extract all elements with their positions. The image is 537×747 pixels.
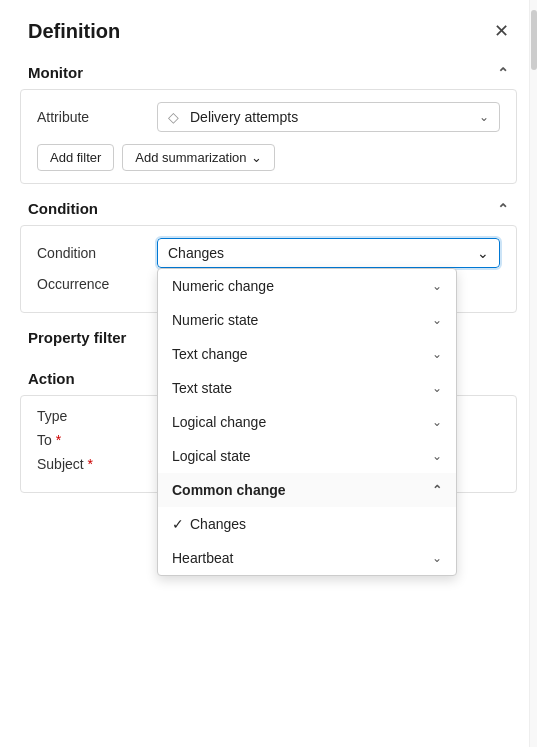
logical-state-label: Logical state: [172, 448, 432, 464]
condition-container: Changes ⌄ Numeric change ⌄ Numeric state: [157, 238, 500, 268]
dropdown-item-logical-state[interactable]: Logical state ⌄: [158, 439, 456, 473]
add-summarization-label: Add summarization: [135, 150, 246, 165]
condition-dropdown[interactable]: Changes ⌄: [157, 238, 500, 268]
condition-chevron-up-icon: ⌃: [497, 201, 509, 217]
text-change-label: Text change: [172, 346, 432, 362]
condition-section-content: Condition Changes ⌄ Numeric change ⌄: [20, 225, 517, 313]
logical-state-chevron-icon: ⌄: [432, 449, 442, 463]
dropdown-item-heartbeat[interactable]: Heartbeat ⌄: [158, 541, 456, 575]
dropdown-item-numeric-change[interactable]: Numeric change ⌄: [158, 269, 456, 303]
condition-value: Changes: [168, 245, 224, 261]
subject-label: Subject *: [37, 456, 157, 472]
close-button[interactable]: ✕: [486, 18, 517, 44]
type-label: Type: [37, 408, 157, 424]
to-required-marker: *: [56, 432, 61, 448]
condition-row: Condition Changes ⌄ Numeric change ⌄: [37, 238, 500, 268]
panel-title: Definition: [28, 20, 120, 43]
dropdown-item-text-state[interactable]: Text state ⌄: [158, 371, 456, 405]
to-label: To *: [37, 432, 157, 448]
action-section-label: Action: [28, 370, 75, 387]
add-filter-button[interactable]: Add filter: [37, 144, 114, 171]
common-change-label: Common change: [172, 482, 432, 498]
condition-chevron-down-icon: ⌄: [477, 245, 489, 261]
property-filter-section-label: Property filter: [28, 329, 126, 346]
dropdown-item-text-change[interactable]: Text change ⌄: [158, 337, 456, 371]
common-change-chevron-up-icon: ⌃: [432, 483, 442, 497]
occurrence-label: Occurrence: [37, 276, 157, 292]
numeric-state-chevron-icon: ⌄: [432, 313, 442, 327]
monitor-section: Monitor ⌃ Attribute ◇ Delivery attempts …: [0, 54, 537, 184]
condition-section: Condition ⌃ Condition Changes ⌄ Numer: [0, 190, 537, 313]
attribute-chevron-down-icon: ⌄: [479, 110, 489, 124]
scrollbar-track[interactable]: [529, 0, 537, 747]
numeric-state-label: Numeric state: [172, 312, 432, 328]
add-summarization-button[interactable]: Add summarization ⌄: [122, 144, 274, 171]
dropdown-item-changes[interactable]: ✓ Changes: [158, 507, 456, 541]
attribute-label: Attribute: [37, 109, 157, 125]
numeric-change-chevron-icon: ⌄: [432, 279, 442, 293]
changes-label: Changes: [190, 516, 442, 532]
attribute-value: Delivery attempts: [190, 109, 479, 125]
checkmark-icon: ✓: [172, 516, 184, 532]
monitor-section-header[interactable]: Monitor ⌃: [20, 54, 517, 89]
condition-section-header[interactable]: Condition ⌃: [20, 190, 517, 225]
definition-panel: Definition ✕ Monitor ⌃ Attribute ◇ Deliv…: [0, 0, 537, 747]
condition-label: Condition: [37, 245, 157, 261]
scrollbar-thumb: [531, 10, 537, 70]
numeric-change-label: Numeric change: [172, 278, 432, 294]
summarization-chevron-down-icon: ⌄: [251, 150, 262, 165]
dropdown-item-logical-change[interactable]: Logical change ⌄: [158, 405, 456, 439]
filter-row: Add filter Add summarization ⌄: [37, 140, 500, 171]
heartbeat-chevron-icon: ⌄: [432, 551, 442, 565]
subject-required-marker: *: [88, 456, 93, 472]
attribute-dropdown[interactable]: ◇ Delivery attempts ⌄: [157, 102, 500, 132]
condition-dropdown-menu: Numeric change ⌄ Numeric state ⌄ Text ch…: [157, 268, 457, 576]
main-scroll: Monitor ⌃ Attribute ◇ Delivery attempts …: [0, 54, 537, 747]
dropdown-item-common-change[interactable]: Common change ⌃: [158, 473, 456, 507]
logical-change-chevron-icon: ⌄: [432, 415, 442, 429]
text-change-chevron-icon: ⌄: [432, 347, 442, 361]
text-state-chevron-icon: ⌄: [432, 381, 442, 395]
monitor-section-content: Attribute ◇ Delivery attempts ⌄ Add filt…: [20, 89, 517, 184]
monitor-section-label: Monitor: [28, 64, 83, 81]
diamond-icon: ◇: [168, 109, 184, 125]
logical-change-label: Logical change: [172, 414, 432, 430]
monitor-chevron-up-icon: ⌃: [497, 65, 509, 81]
dropdown-item-numeric-state[interactable]: Numeric state ⌄: [158, 303, 456, 337]
text-state-label: Text state: [172, 380, 432, 396]
condition-section-label: Condition: [28, 200, 98, 217]
heartbeat-label: Heartbeat: [172, 550, 432, 566]
attribute-row: Attribute ◇ Delivery attempts ⌄: [37, 102, 500, 132]
panel-header: Definition ✕: [0, 0, 537, 54]
